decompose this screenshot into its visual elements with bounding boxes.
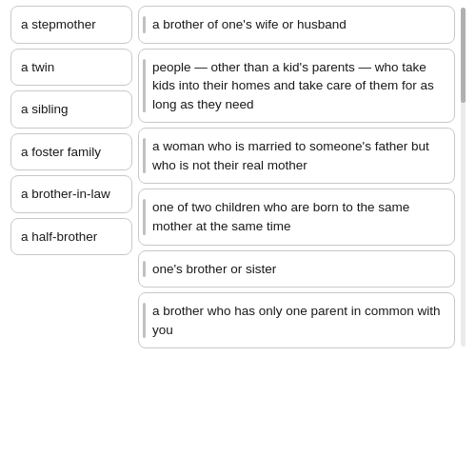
right-card-4-text: one of two children who are born to the …: [152, 200, 409, 233]
left-card-sibling[interactable]: a sibling: [10, 90, 132, 129]
right-card-5-text: one's brother or sister: [152, 262, 276, 276]
left-card-half-brother-text: a half-brother: [21, 229, 97, 244]
left-card-twin-text: a twin: [21, 60, 54, 74]
left-card-half-brother[interactable]: a half-brother: [10, 218, 132, 256]
right-card-1[interactable]: a brother of one's wife or husband: [138, 6, 455, 44]
main-container: a stepmother a twin a sibling a foster f…: [5, 0, 471, 354]
right-card-6[interactable]: a brother who has only one parent in com…: [138, 292, 455, 348]
right-card-2[interactable]: people — other than a kid's parents — wh…: [138, 49, 455, 124]
right-card-3-text: a woman who is married to someone's fath…: [152, 139, 429, 172]
left-column: a stepmother a twin a sibling a foster f…: [10, 6, 132, 348]
right-card-6-text: a brother who has only one parent in com…: [152, 304, 440, 337]
left-card-brother-in-law-text: a brother-in-law: [21, 187, 110, 201]
right-card-5[interactable]: one's brother or sister: [138, 250, 455, 288]
left-card-foster-family[interactable]: a foster family: [10, 133, 132, 171]
left-card-foster-family-text: a foster family: [21, 145, 101, 159]
left-card-brother-in-law[interactable]: a brother-in-law: [10, 175, 132, 213]
right-card-2-text: people — other than a kid's parents — wh…: [152, 60, 434, 111]
scrollbar-handle[interactable]: [461, 8, 466, 103]
left-card-sibling-text: a sibling: [21, 102, 69, 116]
left-card-stepmother[interactable]: a stepmother: [10, 6, 132, 44]
right-column: a brother of one's wife or husband peopl…: [138, 6, 455, 348]
scrollbar-track[interactable]: [461, 8, 466, 347]
right-card-3[interactable]: a woman who is married to someone's fath…: [138, 128, 455, 184]
left-card-twin[interactable]: a twin: [10, 49, 132, 87]
right-card-4[interactable]: one of two children who are born to the …: [138, 188, 455, 245]
left-card-stepmother-text: a stepmother: [21, 17, 96, 31]
right-card-1-text: a brother of one's wife or husband: [152, 17, 347, 31]
